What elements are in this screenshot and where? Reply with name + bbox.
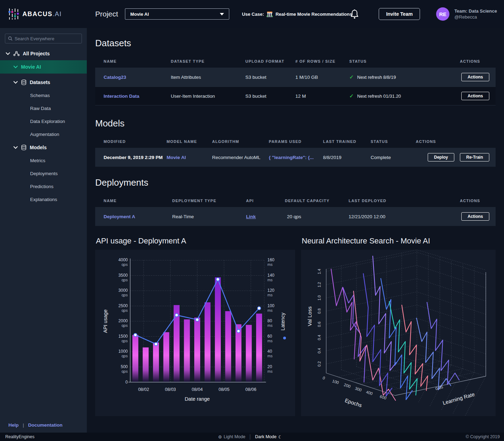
col-dataset-type: DATASET TYPE	[171, 59, 245, 63]
sidebar-item-movie-ai[interactable]: Movie AI	[0, 60, 87, 74]
light-mode-toggle[interactable]: ⚙Light Mode	[218, 434, 245, 440]
svg-text:0.6: 0.6	[317, 322, 321, 327]
sidebar-item-schemas[interactable]: Schemas	[0, 89, 87, 102]
sidebar-item-raw-data[interactable]: Raw Data	[0, 102, 87, 115]
divider: │	[249, 434, 252, 439]
svg-text:4000: 4000	[118, 257, 128, 262]
documentation-link[interactable]: Documentation	[28, 422, 62, 428]
col-actions: ACTIONS	[452, 199, 496, 203]
svg-text:1.2: 1.2	[317, 282, 321, 287]
svg-text:ms: ms	[267, 278, 273, 282]
cell-modified: December 9, 2019 2:29 PM	[95, 155, 167, 160]
avatar[interactable]: RE	[436, 7, 449, 21]
svg-text:3500: 3500	[118, 273, 128, 278]
col-deployment-type: DEPLOYMENT TYPE	[172, 199, 246, 203]
project-dropdown[interactable]: Movie AI	[125, 8, 229, 20]
chevron-down-icon	[220, 13, 224, 15]
models-table-header: MODIFIED MODEL NAME ALGORITHM PARAMS USE…	[95, 135, 496, 148]
status-text: Next refresh 8/8/19	[357, 75, 396, 80]
svg-text:Learning Rate: Learning Rate	[442, 391, 475, 406]
actions-button[interactable]: Actions	[461, 212, 489, 221]
col-last-deployed: LAST DEPLOYED	[349, 199, 452, 203]
sidebar-item-explanations[interactable]: Explanations	[0, 193, 87, 206]
search-input[interactable]	[15, 36, 79, 41]
team-user: @Rebecca	[454, 14, 497, 20]
params-link[interactable]: { "learningRate": {...	[269, 155, 314, 160]
svg-text:08/02: 08/02	[138, 387, 149, 392]
check-icon: ✓	[349, 74, 354, 80]
svg-text:140: 140	[267, 273, 274, 278]
svg-text:2500: 2500	[118, 303, 128, 308]
database-icon	[21, 80, 27, 85]
app-logo[interactable]: ABACUS.AI	[0, 8, 87, 20]
svg-text:Latency: Latency	[280, 312, 286, 331]
projects-network-icon	[13, 51, 20, 56]
use-case-value: Real-time Movie Recommendations	[275, 12, 352, 17]
search-box[interactable]	[5, 34, 82, 43]
help-link[interactable]: Help	[8, 422, 19, 428]
team-name: Team: Data Science	[454, 8, 497, 14]
status-text: Next refresh 01/31.20	[357, 94, 401, 99]
use-case: Use Case: Real-time Movie Recommendation…	[242, 11, 352, 18]
cell-upload-format: S3 bucket	[245, 75, 295, 80]
datasets-table-header: NAME DATASET TYPE UPLOAD FORMAT # OF ROW…	[95, 55, 496, 68]
model-link[interactable]: Movie AI	[167, 155, 186, 160]
nas-chart-title: Neural Architecture Search - Movie AI	[301, 236, 496, 246]
svg-text:80: 80	[267, 318, 272, 323]
api-link[interactable]: Link	[246, 214, 256, 219]
sidebar-item-predictions[interactable]: Predictions	[0, 180, 87, 193]
svg-text:0.2: 0.2	[317, 361, 321, 366]
col-algorithm: ALGORITHM	[212, 139, 269, 144]
col-modified: MODIFIED	[95, 139, 167, 144]
sidebar-item-metrics[interactable]: Metrics	[0, 154, 87, 167]
svg-text:0: 0	[322, 375, 326, 380]
col-upload-format: UPLOAD FORMAT	[245, 59, 295, 63]
svg-text:2000: 2000	[118, 318, 128, 323]
divider: |	[23, 422, 24, 428]
svg-text:100: 100	[332, 379, 340, 385]
chevron-down-icon	[6, 52, 10, 55]
api-usage-bar-chart-svg: 4000qps3500qps3000qps2500qps2000qps1500q…	[95, 250, 295, 416]
svg-text:0: 0	[125, 380, 128, 385]
svg-text:1.0: 1.0	[317, 295, 321, 301]
svg-text:08/04: 08/04	[192, 387, 203, 392]
database-icon	[21, 145, 27, 150]
logo-text: ABACUS.AI	[22, 11, 62, 18]
dark-mode-toggle[interactable]: Dark Mode☾	[255, 434, 282, 440]
cell-last-trained: 8/8/2019	[323, 155, 371, 160]
sidebar-item-data-exploration[interactable]: Data Exploration	[0, 115, 87, 128]
sidebar-item-all-projects[interactable]: All Projects	[0, 47, 87, 60]
sidebar-item-label: Datasets	[30, 80, 50, 85]
charts-row: API usage - Deployment A 4000qps3500qps3…	[95, 236, 496, 416]
svg-text:qps: qps	[121, 262, 128, 267]
sidebar-item-deployments[interactable]: Deployments	[0, 167, 87, 180]
col-default-capacity: DEFAULT CAPACITY	[285, 199, 349, 203]
sidebar-item-augmentation[interactable]: Augmentation	[0, 128, 87, 141]
deployment-link[interactable]: Deployment A	[104, 214, 135, 219]
svg-text:Val Loss: Val Loss	[307, 306, 313, 326]
cell-deployment-type: Real-Time	[172, 214, 246, 219]
cell-dataset-type: User-Item Interaction	[171, 94, 245, 99]
sidebar-item-models[interactable]: Models	[0, 141, 87, 154]
svg-text:qps: qps	[121, 354, 128, 358]
dataset-link[interactable]: Interaction Data	[104, 94, 139, 99]
notifications-bell-icon[interactable]	[350, 9, 359, 20]
svg-text:Date range: Date range	[185, 396, 210, 402]
moon-icon: ☾	[278, 434, 282, 440]
actions-button[interactable]: Actions	[461, 92, 489, 100]
table-row: Interaction Data User-Item Interaction S…	[95, 87, 496, 105]
retrain-button[interactable]: Re-Train	[460, 153, 489, 161]
deploy-button[interactable]: Deploy	[428, 153, 454, 161]
chevron-down-icon	[13, 146, 18, 149]
invite-team-button[interactable]: Invite Team	[379, 8, 420, 20]
svg-text:1500: 1500	[118, 334, 128, 339]
sidebar-item-datasets[interactable]: Datasets	[0, 76, 87, 89]
api-usage-chart: 4000qps3500qps3000qps2500qps2000qps1500q…	[95, 250, 295, 416]
svg-text:qps: qps	[121, 323, 128, 328]
actions-button[interactable]: Actions	[461, 73, 489, 81]
svg-text:08/05: 08/05	[218, 387, 229, 392]
dataset-link[interactable]: Catalog23	[104, 75, 126, 80]
svg-text:120: 120	[267, 288, 274, 293]
cell-rows-size: 12 M	[295, 94, 349, 99]
svg-text:08/06: 08/06	[245, 387, 256, 392]
